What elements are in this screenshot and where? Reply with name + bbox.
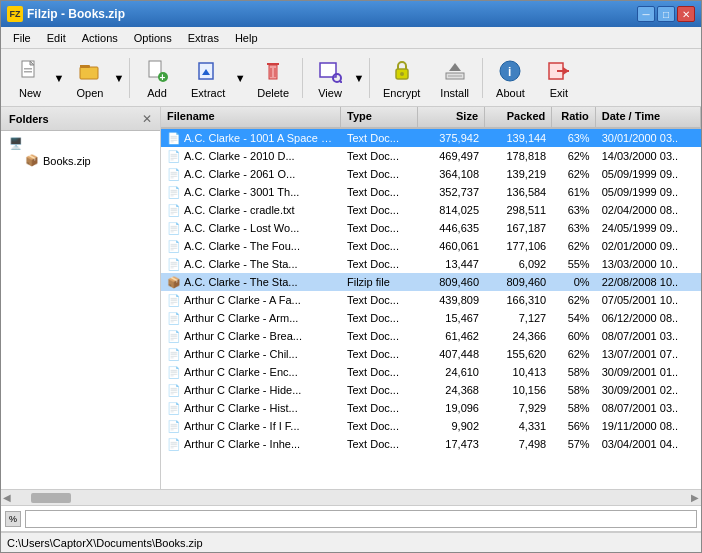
- new-button[interactable]: New: [7, 52, 53, 104]
- col-header-datetime[interactable]: Date / Time: [596, 107, 701, 127]
- table-row[interactable]: 📄 A.C. Clarke - 2010 D... Text Doc... 46…: [161, 147, 701, 165]
- cell-size: 446,635: [418, 221, 485, 235]
- view-label: View: [318, 87, 342, 99]
- scrollbar-thumb[interactable]: [31, 493, 71, 503]
- cell-type: Text Doc...: [341, 311, 418, 325]
- horizontal-scrollbar[interactable]: ◀ ▶: [1, 489, 701, 505]
- cell-packed: 167,187: [485, 221, 552, 235]
- file-rows[interactable]: 📄 A.C. Clarke - 1001 A Space Odissey.txt…: [161, 129, 701, 489]
- sidebar-root-item[interactable]: 🖥️: [5, 135, 156, 152]
- svg-point-20: [400, 72, 404, 76]
- menu-options[interactable]: Options: [126, 30, 180, 46]
- about-label: About: [496, 87, 525, 99]
- cell-type: Text Doc...: [341, 167, 418, 181]
- close-button[interactable]: ✕: [677, 6, 695, 22]
- sidebar-close-button[interactable]: ✕: [142, 112, 152, 126]
- exit-icon: [545, 57, 573, 85]
- exit-button[interactable]: Exit: [536, 52, 582, 104]
- view-button[interactable]: View: [307, 52, 353, 104]
- menu-extras[interactable]: Extras: [180, 30, 227, 46]
- table-row[interactable]: 📄 A.C. Clarke - 1001 A Space Odissey.txt…: [161, 129, 701, 147]
- cell-filename: 📄 A.C. Clarke - cradle.txt: [161, 203, 341, 218]
- cell-packed: 6,092: [485, 257, 552, 271]
- table-row[interactable]: 📄 A.C. Clarke - The Sta... Text Doc... 1…: [161, 255, 701, 273]
- sep-4: [482, 58, 483, 98]
- open-button[interactable]: Open: [67, 52, 113, 104]
- bottom-panel: % C:\Users\CaptorX\Documents\Books.zip: [1, 505, 701, 552]
- view-dropdown[interactable]: ▼: [353, 58, 365, 98]
- scroll-right-button[interactable]: ▶: [691, 492, 699, 503]
- filename-text: Arthur C Clarke - Brea...: [184, 330, 302, 342]
- new-dropdown[interactable]: ▼: [53, 58, 65, 98]
- cell-packed: 7,127: [485, 311, 552, 325]
- table-row[interactable]: 📄 Arthur C Clarke - Hist... Text Doc... …: [161, 399, 701, 417]
- file-icon: 📄: [167, 402, 181, 415]
- main-window: FZ Filzip - Books.zip ─ □ ✕ File Edit Ac…: [0, 0, 702, 553]
- open-dropdown[interactable]: ▼: [113, 58, 125, 98]
- col-header-size[interactable]: Size: [418, 107, 485, 127]
- table-row[interactable]: 📄 Arthur C Clarke - Enc... Text Doc... 2…: [161, 363, 701, 381]
- cell-packed: 10,413: [485, 365, 552, 379]
- svg-marker-23: [449, 63, 461, 71]
- sep-3: [369, 58, 370, 98]
- cell-datetime: 06/12/2000 08..: [596, 311, 701, 325]
- sep-2: [302, 58, 303, 98]
- status-path: C:\Users\CaptorX\Documents\Books.zip: [7, 537, 203, 549]
- table-row[interactable]: 📄 Arthur C Clarke - Chil... Text Doc... …: [161, 345, 701, 363]
- filename-text: A.C. Clarke - The Sta...: [184, 276, 298, 288]
- cell-packed: 139,219: [485, 167, 552, 181]
- table-row[interactable]: 📄 A.C. Clarke - 3001 Th... Text Doc... 3…: [161, 183, 701, 201]
- file-icon: 📄: [167, 258, 181, 271]
- table-row[interactable]: 📄 Arthur C Clarke - Inhe... Text Doc... …: [161, 435, 701, 453]
- table-row[interactable]: 📄 A.C. Clarke - The Fou... Text Doc... 4…: [161, 237, 701, 255]
- cell-size: 352,737: [418, 185, 485, 199]
- cell-size: 24,368: [418, 383, 485, 397]
- table-row[interactable]: 📄 Arthur C Clarke - A Fa... Text Doc... …: [161, 291, 701, 309]
- col-header-packed[interactable]: Packed: [485, 107, 552, 127]
- table-row[interactable]: 📄 Arthur C Clarke - Arm... Text Doc... 1…: [161, 309, 701, 327]
- encrypt-label: Encrypt: [383, 87, 420, 99]
- col-header-ratio[interactable]: Ratio: [552, 107, 595, 127]
- col-header-filename[interactable]: Filename: [161, 107, 341, 127]
- table-row[interactable]: 📄 A.C. Clarke - cradle.txt Text Doc... 8…: [161, 201, 701, 219]
- menu-actions[interactable]: Actions: [74, 30, 126, 46]
- add-button[interactable]: + Add: [134, 52, 180, 104]
- svg-rect-6: [80, 65, 90, 68]
- minimize-button[interactable]: ─: [637, 6, 655, 22]
- extract-dropdown[interactable]: ▼: [234, 58, 246, 98]
- extract-button[interactable]: Extract: [182, 52, 234, 104]
- view-btn-group: View ▼: [307, 52, 365, 104]
- new-label: New: [19, 87, 41, 99]
- menu-help[interactable]: Help: [227, 30, 266, 46]
- install-button[interactable]: Install: [431, 52, 478, 104]
- table-row[interactable]: 📄 A.C. Clarke - Lost Wo... Text Doc... 4…: [161, 219, 701, 237]
- command-input[interactable]: [25, 510, 697, 528]
- table-row[interactable]: 📦 A.C. Clarke - The Sta... Filzip file 8…: [161, 273, 701, 291]
- cell-datetime: 13/03/2000 10..: [596, 257, 701, 271]
- file-list-header: Filename Type Size Packed Ratio Date / T…: [161, 107, 701, 129]
- cell-datetime: 07/05/2001 10..: [596, 293, 701, 307]
- title-bar: FZ Filzip - Books.zip ─ □ ✕: [1, 1, 701, 27]
- filename-text: A.C. Clarke - 3001 Th...: [184, 186, 299, 198]
- menu-file[interactable]: File: [5, 30, 39, 46]
- table-row[interactable]: 📄 Arthur C Clarke - Hide... Text Doc... …: [161, 381, 701, 399]
- file-icon: 📄: [167, 294, 181, 307]
- col-header-type[interactable]: Type: [341, 107, 418, 127]
- view-icon: [316, 57, 344, 85]
- cell-ratio: 58%: [552, 383, 595, 397]
- install-label: Install: [440, 87, 469, 99]
- main-content: Folders ✕ 🖥️ 📦 Books.zip Filename Type S…: [1, 107, 701, 489]
- table-row[interactable]: 📄 Arthur C Clarke - Brea... Text Doc... …: [161, 327, 701, 345]
- encrypt-button[interactable]: Encrypt: [374, 52, 429, 104]
- scroll-left-button[interactable]: ◀: [3, 492, 11, 503]
- table-row[interactable]: 📄 A.C. Clarke - 2061 O... Text Doc... 36…: [161, 165, 701, 183]
- delete-button[interactable]: Delete: [248, 52, 298, 104]
- table-row[interactable]: 📄 Arthur C Clarke - If I F... Text Doc..…: [161, 417, 701, 435]
- cell-ratio: 60%: [552, 329, 595, 343]
- sidebar-zip-item[interactable]: 📦 Books.zip: [21, 152, 156, 169]
- filename-text: A.C. Clarke - The Sta...: [184, 258, 298, 270]
- add-label: Add: [147, 87, 167, 99]
- menu-edit[interactable]: Edit: [39, 30, 74, 46]
- about-button[interactable]: i About: [487, 52, 534, 104]
- maximize-button[interactable]: □: [657, 6, 675, 22]
